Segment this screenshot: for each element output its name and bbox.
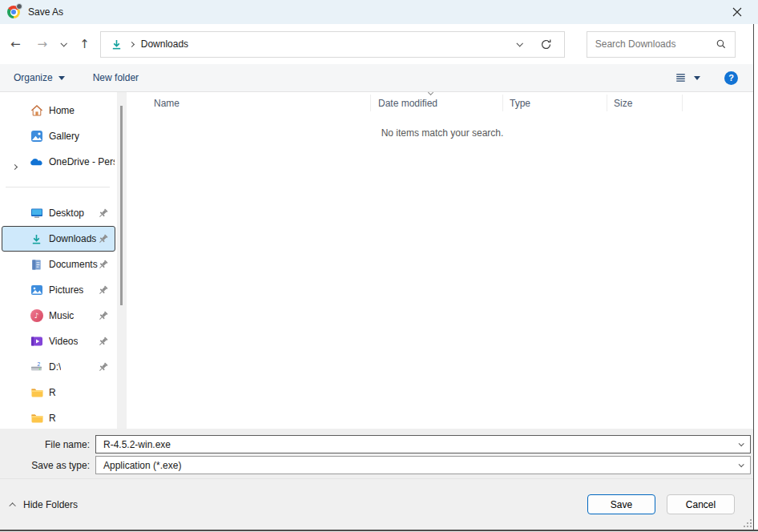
sidebar-item-gallery[interactable]: Gallery [2, 123, 115, 149]
file-name-label: File name: [0, 439, 95, 450]
navigation-bar: ← → ↑ Downloads [0, 24, 758, 64]
pin-icon [97, 361, 109, 376]
downloads-icon [30, 233, 43, 245]
sidebar-item-onedrive[interactable]: OneDrive - Pers [2, 149, 115, 175]
sidebar-item-documents[interactable]: Documents [2, 252, 115, 277]
pin-icon [97, 208, 109, 222]
save-as-type-label: Save as type: [0, 460, 95, 471]
hide-folders-button[interactable]: Hide Folders [11, 499, 78, 510]
music-icon: ♪ [30, 309, 43, 322]
sidebar-item-label: Downloads [49, 233, 96, 244]
close-button[interactable] [724, 0, 751, 24]
organize-dropdown-icon [58, 76, 65, 80]
sidebar-item-label: D:\ [49, 361, 61, 373]
svg-text:2: 2 [37, 361, 40, 367]
dialog-body: Home Gallery OneDrive - Pers [0, 92, 758, 429]
forward-icon: → [38, 38, 48, 50]
recent-locations-chevron-icon[interactable] [61, 40, 67, 46]
cancel-button[interactable]: Cancel [667, 494, 735, 514]
window-right-strip [754, 24, 758, 530]
file-name-combobox[interactable] [95, 435, 751, 453]
close-icon [732, 7, 742, 17]
sidebar-item-label: Gallery [49, 131, 79, 142]
window-title: Save As [28, 6, 63, 18]
search-box[interactable] [587, 31, 736, 58]
command-bar: Organize New folder ? [0, 64, 758, 92]
file-name-input[interactable] [103, 439, 732, 450]
gallery-icon [30, 130, 43, 143]
sidebar-item-label: Music [49, 310, 74, 321]
sidebar-item-label: R [49, 413, 56, 424]
pin-icon [97, 336, 109, 350]
sidebar-item-music[interactable]: ♪ Music [2, 303, 115, 328]
new-folder-button[interactable]: New folder [93, 72, 139, 83]
sidebar-item-folder-r-2[interactable]: R [2, 405, 115, 429]
sidebar-item-home[interactable]: Home [2, 98, 115, 123]
column-header-size[interactable]: Size [607, 95, 683, 111]
sidebar-item-label: R [49, 387, 56, 398]
save-as-dialog: Save As ← → ↑ Downloads [0, 0, 758, 532]
pictures-icon [30, 284, 43, 296]
titlebar: Save As [0, 0, 758, 24]
back-icon[interactable]: ← [10, 38, 21, 50]
home-icon [30, 104, 43, 117]
downloads-crumb-icon [111, 38, 123, 50]
organize-button[interactable]: Organize [14, 72, 65, 83]
sidebar-item-label: Documents [49, 259, 98, 270]
folder-icon [30, 412, 43, 425]
address-bar[interactable]: Downloads [100, 31, 565, 58]
folder-icon [30, 386, 43, 399]
sidebar-item-drive-d[interactable]: 2 D:\ [2, 354, 115, 380]
videos-icon [30, 335, 43, 348]
column-header-date-modified[interactable]: Date modified [371, 95, 503, 111]
pin-icon [97, 284, 109, 299]
save-button[interactable]: Save [587, 494, 655, 514]
nav-buttons: ← → ↑ [10, 38, 90, 50]
file-list-area: Name Date modified Type Size No items ma… [127, 92, 758, 429]
scrollbar-thumb[interactable] [120, 106, 123, 305]
pin-icon [97, 233, 109, 248]
view-dropdown-icon [694, 76, 700, 80]
list-view-icon [675, 72, 687, 83]
up-icon[interactable]: ↑ [79, 38, 90, 50]
expand-chevron-icon[interactable] [13, 160, 17, 171]
documents-icon [30, 259, 43, 271]
hide-folders-label: Hide Folders [23, 499, 78, 510]
column-header-type[interactable]: Type [503, 95, 607, 111]
dialog-footer: Hide Folders Save Cancel [0, 478, 758, 530]
pin-icon [97, 310, 109, 324]
sidebar-item-label: Home [49, 105, 75, 116]
pin-icon [97, 259, 109, 273]
help-icon[interactable]: ? [724, 71, 738, 85]
resize-grip[interactable] [744, 519, 752, 527]
sidebar-item-videos[interactable]: Videos [2, 328, 115, 354]
sidebar-scrollbar[interactable] [117, 92, 127, 429]
chevron-up-icon [9, 502, 15, 509]
sidebar-separator [6, 187, 110, 187]
organize-label: Organize [14, 72, 53, 83]
chrome-app-icon [7, 6, 20, 18]
save-as-type-value: Application (*.exe) [103, 460, 181, 471]
save-as-type-dropdown-icon[interactable] [739, 461, 744, 467]
desktop-icon [30, 207, 43, 220]
sidebar-item-downloads[interactable]: Downloads [2, 226, 115, 252]
save-as-type-select[interactable]: Application (*.exe) [95, 456, 751, 474]
view-options-button[interactable] [675, 72, 700, 83]
search-input[interactable] [595, 38, 716, 50]
breadcrumb[interactable]: Downloads [141, 38, 188, 50]
sidebar-item-label: Videos [49, 336, 78, 347]
sidebar-item-desktop[interactable]: Desktop [2, 200, 115, 226]
empty-state-message: No items match your search. [127, 127, 758, 139]
column-header-name[interactable]: Name [127, 95, 371, 111]
refresh-icon[interactable] [540, 38, 552, 50]
sidebar-item-folder-r-1[interactable]: R [2, 380, 115, 405]
column-headers: Name Date modified Type Size [127, 92, 758, 114]
chrome-badge-icon [16, 3, 22, 10]
sidebar-item-label: OneDrive - Pers [49, 156, 115, 167]
drive-icon: 2 [30, 361, 43, 373]
window-right-border [753, 24, 754, 530]
address-dropdown-icon[interactable] [516, 40, 522, 46]
sidebar-item-pictures[interactable]: Pictures [2, 277, 115, 303]
file-name-dropdown-icon[interactable] [739, 441, 744, 446]
onedrive-icon [30, 157, 43, 167]
